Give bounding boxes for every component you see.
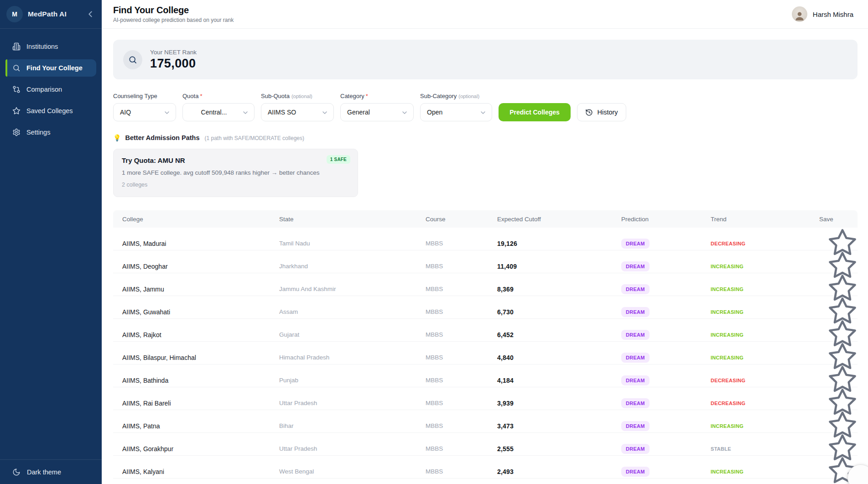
sidebar-item-saved-colleges[interactable]: Saved Colleges [5,102,96,120]
table-row[interactable]: AIIMS, Patna Bihar MBBS 3,473 DREAM INCR… [113,410,858,433]
prediction-badge: DREAM [621,421,650,431]
prediction-badge: DREAM [621,307,650,317]
counseling-type-select[interactable]: AIQ [113,103,176,121]
college-course: MBBS [426,331,497,338]
college-name: AIIMS, Guwahati [113,308,279,316]
sidebar: M MedPath AI Institutions Find Your Coll… [0,0,102,484]
suggestion-description: 1 more SAFE college. avg cutoff 509,948 … [122,169,349,176]
expected-cutoff: 11,409 [497,263,621,270]
chevron-left-icon [85,9,95,19]
table-row[interactable]: AIIMS, Jammu Jammu And Kashmir MBBS 8,36… [113,273,858,296]
select-value: AIIMS SO [268,109,296,116]
college-name: AIIMS, Jammu [113,286,279,293]
college-course: MBBS [426,400,497,406]
page-subtitle: AI-powered college prediction based on y… [113,17,234,23]
trend-label: INCREASING [711,264,819,269]
col-header-save: Save [819,216,858,223]
page-header-text: Find Your College AI-powered college pre… [113,5,234,23]
sidebar-item-comparison[interactable]: Comparison [5,81,96,98]
page-header: Find Your College AI-powered college pre… [102,0,868,29]
table-row[interactable]: AIIMS, Deoghar Jharkhand MBBS 11,409 DRE… [113,250,858,273]
college-state: Punjab [279,377,426,384]
dark-theme-toggle[interactable]: Dark theme [0,459,102,484]
expected-cutoff: 3,939 [497,400,621,407]
college-course: MBBS [426,240,497,247]
filter-label-counseling-type: Counseling Type [113,93,176,99]
sub-quota-select[interactable]: AIIMS SO [261,103,334,121]
table-row[interactable]: AIIMS, Kalyani West Bengal MBBS 2,493 DR… [113,456,858,479]
avatar [792,6,807,22]
category-select[interactable]: General [340,103,414,121]
college-course: MBBS [426,445,497,452]
expected-cutoff: 2,555 [497,445,621,453]
table-header-row: College State Course Expected Cutoff Pre… [113,210,858,228]
col-header-expected-cutoff: Expected Cutoff [497,216,621,223]
prediction-badge: DREAM [621,239,650,249]
college-course: MBBS [426,422,497,429]
col-header-prediction: Prediction [621,216,711,223]
sidebar-item-institutions[interactable]: Institutions [5,38,96,55]
chevron-down-icon [479,109,487,116]
college-name: AIIMS, Rajkot [113,331,279,338]
expected-cutoff: 4,184 [497,377,621,384]
trend-label: DECREASING [711,378,819,383]
college-state: Himachal Pradesh [279,354,426,361]
college-course: MBBS [426,286,497,292]
trend-label: INCREASING [711,423,819,429]
filter-label-quota: Quota* [182,93,255,99]
college-state: Assam [279,308,426,315]
better-paths-subtitle: (1 path with SAFE/MODERATE colleges) [205,135,305,141]
predict-colleges-button[interactable]: Predict Colleges [499,103,571,121]
app-name: MedPath AI [28,10,67,18]
expected-cutoff: 19,126 [497,240,621,247]
user-menu[interactable]: Harsh Mishra [792,6,853,22]
filter-field-sub-category: Sub-Category(optional)Open [420,93,492,121]
prediction-badge: DREAM [621,375,650,385]
rank-text: Your NEET Rank 175,000 [150,49,197,71]
suggestion-card[interactable]: Try Quota: AMU NR 1 SAFE 1 more SAFE col… [113,149,358,197]
table-row[interactable]: AIIMS, Bilaspur, Himachal Himachal Prade… [113,342,858,364]
table-row[interactable]: AIIMS, Guwahati Assam MBBS 6,730 DREAM I… [113,296,858,319]
app-logo: M [6,6,23,22]
college-state: Uttar Pradesh [279,445,426,452]
better-paths-heading: 💡 Better Admission Paths (1 path with SA… [113,134,858,141]
col-header-state: State [279,216,426,223]
history-button[interactable]: History [577,103,626,121]
col-header-course: Course [426,216,497,223]
expected-cutoff: 8,369 [497,286,621,293]
college-course: MBBS [426,308,497,315]
table-row[interactable]: AIIMS, Gorakhpur Uttar Pradesh MBBS 2,55… [113,433,858,456]
table-row[interactable]: AIIMS, Rai Bareli Uttar Pradesh MBBS 3,9… [113,387,858,410]
filter-field-counseling-type: Counseling TypeAIQ [113,93,176,121]
filter-label-sub-quota: Sub-Quota(optional) [261,93,334,99]
college-name: AIIMS, Patna [113,422,279,430]
table-row[interactable]: AIIMS, Rajkot Gujarat MBBS 6,452 DREAM I… [113,319,858,342]
table-row[interactable]: AIIMS, Bathinda Punjab MBBS 4,184 DREAM … [113,364,858,387]
select-value: Open [427,109,442,116]
college-state: West Bengal [279,468,426,475]
suggestion-title: Try Quota: AMU NR [122,156,349,164]
sidebar-collapse-button[interactable] [85,9,95,19]
expected-cutoff: 6,452 [497,331,621,338]
prediction-badge: DREAM [621,284,650,294]
sub-category-select[interactable]: Open [420,103,492,121]
rank-value: 175,000 [150,57,197,71]
sidebar-item-settings[interactable]: Settings [5,124,96,141]
results-table: College State Course Expected Cutoff Pre… [113,210,858,479]
building-icon [12,42,21,51]
sidebar-item-find-your-college[interactable]: Find Your College [5,59,96,77]
filter-field-category: Category*General [340,93,414,121]
trend-label: INCREASING [711,332,819,338]
filter-label-category: Category* [340,93,414,99]
college-name: AIIMS, Madurai [113,240,279,247]
search-icon [12,64,21,72]
quota-select[interactable]: Central... [182,103,255,121]
prediction-badge: DREAM [621,444,650,454]
prediction-badge: DREAM [621,261,650,271]
col-header-college: College [113,216,279,223]
filters-row: Counseling TypeAIQQuota*Central...Sub-Qu… [113,93,858,121]
col-header-trend: Trend [711,216,819,223]
college-state: Gujarat [279,331,426,338]
college-name: AIIMS, Bathinda [113,377,279,384]
table-row[interactable]: AIIMS, Madurai Tamil Nadu MBBS 19,126 DR… [113,228,858,250]
